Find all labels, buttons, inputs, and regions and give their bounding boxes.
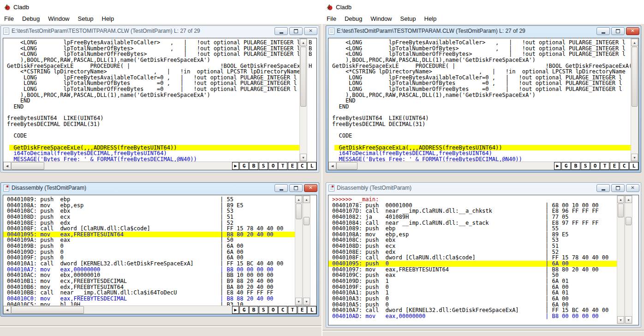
tool-button[interactable]: B	[571, 162, 580, 170]
menu-item[interactable]: Help	[98, 13, 119, 24]
scroll-up-icon[interactable]: ▲	[295, 196, 302, 203]
tool-button[interactable]: B	[249, 162, 258, 170]
scroll-thumb[interactable]	[626, 217, 632, 225]
scroll-down-icon[interactable]: ▼	[295, 298, 302, 305]
scroll-up-icon[interactable]: ▲	[303, 196, 310, 203]
scroll-down-icon[interactable]: ▼	[617, 316, 624, 324]
hscroll-thumb[interactable]	[336, 162, 358, 170]
tool-button[interactable]: C	[620, 162, 629, 170]
close-button[interactable]: ✕	[304, 27, 317, 35]
tool-button[interactable]: G	[561, 162, 571, 170]
tool-button[interactable]: O	[268, 306, 278, 314]
tool-button[interactable]: L	[307, 162, 316, 170]
scroll-left-icon[interactable]: ◀	[328, 162, 336, 170]
opcode-bytes: | 51	[220, 214, 233, 220]
tool-button[interactable]: S	[259, 162, 268, 170]
close-button[interactable]: ✕	[626, 184, 639, 192]
source-document-icon	[3, 28, 9, 35]
tool-button[interactable]: T	[278, 162, 287, 170]
tool-button[interactable]: T	[288, 306, 297, 314]
menu-item[interactable]: Setup	[74, 13, 98, 24]
disassembly-window-titlebar[interactable]: Disassembly (TestOmitParam) ✕	[326, 183, 641, 193]
scroll-down-icon[interactable]: ▼	[300, 154, 307, 161]
scroll-thumb[interactable]	[296, 204, 302, 219]
hscroll-track[interactable]	[44, 162, 232, 170]
scroll-left-icon[interactable]: ◀	[3, 306, 11, 314]
maximize-button[interactable]	[289, 184, 303, 192]
tool-button[interactable]: E	[610, 162, 619, 170]
source-window-titlebar[interactable]: E:\test\TestOmitParam\TESTOMITPARAM.CLW …	[1, 26, 319, 36]
maximize-button[interactable]	[611, 184, 625, 192]
menu-item[interactable]: Debug	[340, 13, 366, 24]
minimize-button[interactable]	[596, 184, 610, 192]
scroll-thumb[interactable]	[632, 47, 638, 107]
vertical-scrollbar[interactable]: ▲ ▼	[631, 38, 638, 162]
minimize-button[interactable]	[596, 27, 610, 35]
tool-button[interactable]: B	[249, 306, 258, 314]
menu-bar: FileDebugWindowSetupHelp	[322, 13, 441, 24]
tool-button[interactable]: E	[288, 162, 297, 170]
vertical-scrollbar[interactable]: ▲ ▼	[299, 38, 307, 162]
tool-button[interactable]: O	[268, 162, 278, 170]
scroll-up-icon[interactable]: ▲	[631, 39, 638, 46]
tool-button[interactable]: E	[298, 306, 307, 314]
clipped-char	[307, 57, 316, 63]
tool-button[interactable]: L	[307, 306, 316, 314]
tool-button[interactable]: C	[278, 306, 287, 314]
source-code-view[interactable]: <LONG lpFreeBytesAvailableToCaller> , | …	[328, 38, 631, 162]
menu-item[interactable]: Window	[366, 13, 396, 24]
menu-item[interactable]: Window	[44, 13, 73, 24]
cladb-app-left: Cladb FileDebugWindowSetupHelp E:\test\T…	[0, 0, 322, 336]
disassembly-view[interactable]: 00401089: push ebp| 550040108A: mov ebp,…	[3, 195, 295, 306]
hscroll-track[interactable]	[358, 162, 554, 170]
secondary-vertical-scrollbar[interactable]: ▲ ▼	[303, 195, 310, 306]
tool-button[interactable]: T	[600, 162, 609, 170]
code-line: CODE	[3, 133, 299, 139]
tool-button[interactable]: G	[239, 306, 249, 314]
scroll-down-icon[interactable]: ▼	[625, 316, 632, 324]
scroll-thumb[interactable]	[304, 217, 310, 225]
source-window-titlebar[interactable]: E:\test\TestOmitParam\TESTOMITPARAM.CLW …	[326, 26, 641, 36]
scroll-down-icon[interactable]: ▼	[631, 154, 638, 161]
hscroll-thumb[interactable]	[11, 306, 84, 314]
tool-play-icon[interactable]: ▶	[232, 306, 239, 314]
tool-play-icon[interactable]: ▶	[554, 162, 561, 170]
close-button[interactable]: ✕	[304, 184, 317, 192]
scroll-thumb[interactable]	[300, 47, 306, 107]
opcode-bytes: | 55	[220, 197, 233, 203]
scroll-up-icon[interactable]: ▲	[625, 196, 632, 203]
minimize-button[interactable]	[274, 27, 288, 35]
scroll-left-icon[interactable]: ◀	[3, 162, 11, 170]
menu-item[interactable]: File	[322, 13, 340, 24]
hscroll-thumb[interactable]	[11, 162, 44, 170]
maximize-button[interactable]	[611, 27, 625, 35]
maximize-button[interactable]	[289, 27, 303, 35]
secondary-vertical-scrollbar[interactable]: ▲ ▼	[625, 195, 632, 324]
hscroll-track[interactable]	[84, 306, 232, 314]
minimize-button[interactable]	[274, 184, 288, 192]
vertical-scrollbar[interactable]: ▲ ▼	[295, 195, 303, 306]
disassembly-view[interactable]: >>>>>> _main:00401078: push 00001000| 68…	[328, 195, 617, 325]
vertical-scrollbar[interactable]: ▲ ▼	[617, 195, 625, 324]
scroll-up-icon[interactable]: ▲	[617, 196, 624, 203]
disassembly-window-titlebar[interactable]: Disassembly (TestOmitParam) ✕	[1, 183, 319, 193]
tool-button[interactable]: C	[298, 162, 307, 170]
tool-play-icon[interactable]: ▶	[232, 162, 239, 170]
tool-button[interactable]: G	[239, 162, 249, 170]
menu-item[interactable]: Debug	[18, 13, 44, 24]
code-line	[328, 139, 631, 145]
menu-item[interactable]: File	[0, 13, 18, 24]
menu-item[interactable]: Setup	[396, 13, 420, 24]
tool-button[interactable]: O	[590, 162, 600, 170]
scroll-up-icon[interactable]: ▲	[300, 39, 307, 46]
maximize-icon	[616, 186, 620, 190]
tool-button[interactable]: S	[259, 306, 268, 314]
code-line: <*CSTRING lpDirectoryName> , | !in optio…	[328, 69, 631, 75]
menu-item[interactable]: Help	[420, 13, 441, 24]
tool-button[interactable]: S	[581, 162, 590, 170]
scroll-thumb[interactable]	[618, 204, 624, 217]
close-button[interactable]: ✕	[626, 27, 639, 35]
tool-button[interactable]: L	[629, 162, 638, 170]
scroll-down-icon[interactable]: ▼	[303, 298, 310, 305]
source-code-view[interactable]: <LONG lpFreeBytesAvailableToCaller> , | …	[3, 38, 299, 162]
